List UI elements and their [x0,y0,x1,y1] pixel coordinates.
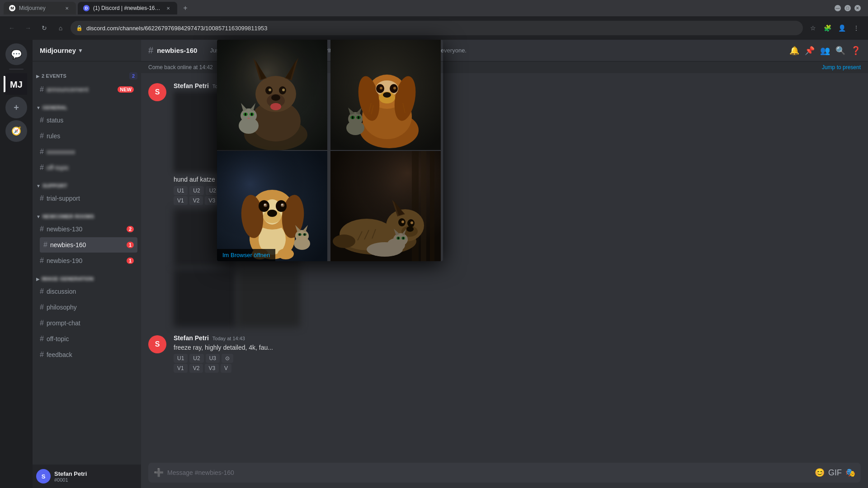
menu-button[interactable]: ⋮ [850,22,863,34]
message-input-container[interactable]: ➕ Message #newbies-160 😊 GIF 🎭 [148,463,861,483]
v2-button-2[interactable]: V2 [189,364,203,373]
members-icon[interactable]: 👥 [820,46,830,56]
category-image-gen[interactable]: ▶ image generation [33,269,141,283]
back-button[interactable]: ← [5,22,18,34]
category-label-imggen: image generation [42,276,94,282]
pin-icon[interactable]: 📌 [805,46,815,56]
channel-item-newbies-130[interactable]: # newbies-130 2 [36,221,137,237]
server-icon-dm[interactable]: 💬 [5,43,27,65]
input-placeholder[interactable]: Message #newbies-160 [167,469,811,476]
tab-bar: M Midjourney ✕ D (1) Discord | #newbies-… [0,0,868,16]
emoji-icon[interactable]: 😊 [815,468,825,478]
category-chevron-imggen: ▶ [36,277,40,282]
close-button[interactable]: ✕ [854,5,861,11]
svg-rect-81 [421,151,426,261]
channel-item-newbies-190[interactable]: # newbies-190 1 [36,253,137,268]
tab-close-midjourney[interactable]: ✕ [63,5,71,12]
address-bar-row: ← → ↻ ⌂ 🔒 discord.com/channels/662267976… [0,16,868,40]
server-icon-extra-1[interactable]: + [5,97,27,118]
u1-button-2[interactable]: U1 [174,354,188,363]
category-events[interactable]: ▶ 2 Events 2 [33,65,141,81]
channel-item-newbies-160[interactable]: # newbies-160 1 [40,237,137,253]
new-tab-button[interactable]: + [179,2,192,14]
profile-button[interactable]: 👤 [835,22,848,34]
channel-item-announcement[interactable]: # announcement NEW [36,82,137,97]
channel-name-160: newbies-160 [50,241,124,249]
badge-190: 1 [127,258,134,264]
svg-point-66 [264,204,266,206]
channel-item-rules[interactable]: # rules [36,128,137,144]
svg-point-94 [333,235,355,248]
channel-name-blurred-2: off-topic [47,164,134,171]
search-icon[interactable]: 🔍 [835,46,845,56]
category-support[interactable]: ▼ support [33,176,141,190]
u4-button-2[interactable]: ⊙ [222,354,233,363]
channel-item-prompt-chat[interactable]: # prompt-chat [36,315,137,331]
server-header[interactable]: Midjourney ▼ [33,40,141,61]
server-icon-explore[interactable]: 🧭 [5,120,27,142]
svg-text:MJ: MJ [10,80,23,89]
v1-button-1[interactable]: V1 [174,196,188,205]
server-icon-midjourney[interactable]: MJ [5,73,27,95]
overlay-cell-bl[interactable]: Im Browser öffnen [217,151,327,261]
open-in-browser-btn[interactable]: Im Browser öffnen [217,249,275,261]
extensions-button[interactable]: 🧩 [821,22,834,34]
user-display-name: Stefan Petri [54,470,137,477]
notification-icon[interactable]: 🔔 [789,46,799,56]
v1-button-2[interactable]: V1 [174,364,188,373]
u1-button-1[interactable]: U1 [174,186,188,195]
category-chevron-events: ▶ [36,74,40,79]
username-area: Stefan Petri #0001 [54,470,137,483]
channel-item-off-topic[interactable]: # off-topic [36,331,137,347]
maximize-button[interactable]: □ [844,5,851,11]
forward-button[interactable]: → [22,22,34,34]
reload-button[interactable]: ↻ [38,22,51,34]
category-general[interactable]: ▼ general [33,98,141,112]
help-icon[interactable]: ❓ [851,46,861,56]
tab-midjourney[interactable]: M Midjourney ✕ [4,2,76,14]
user-area: S Stefan Petri #0001 [33,465,141,488]
tab-close-discord[interactable]: ✕ [165,5,172,12]
u3-button-2[interactable]: U3 [206,354,220,363]
address-bar[interactable]: 🔒 discord.com/channels/66226797698429747… [71,21,803,35]
tab-discord[interactable]: D (1) Discord | #newbies-160 | Mid... ✕ [78,2,177,14]
minimize-button[interactable]: — [835,5,841,11]
overlay-cell-tl[interactable] [217,40,327,150]
svg-point-103 [403,237,404,239]
channel-item-blurred-2[interactable]: # off-topic [36,160,137,175]
lock-icon: 🔒 [76,25,83,31]
channel-item-feedback[interactable]: # feedback [36,347,137,362]
attach-icon[interactable]: ➕ [154,468,164,478]
v2-button-1[interactable]: V2 [189,196,203,205]
v4-button-2[interactable]: V [221,364,231,373]
events-badge: 2 [129,72,137,80]
category-newcomer[interactable]: ▼ newcomer rooms [33,206,141,221]
channel-item-discussion[interactable]: # discussion [36,284,137,299]
channel-item-blurred-1[interactable]: # xxxxxxxxx [36,144,137,160]
jump-to-present[interactable]: Jump to present [822,64,861,70]
u2-button-1[interactable]: U2 [189,186,203,195]
u2-button-2[interactable]: U2 [189,354,203,363]
hash-icon-190: # [40,257,44,265]
channel-name-trial: trial-support [47,195,134,202]
sticker-icon[interactable]: 🎭 [845,468,855,478]
category-label-general: general [42,105,67,110]
gif-icon[interactable]: GIF [828,468,842,478]
bookmark-button[interactable]: ☆ [807,22,819,34]
svg-point-75 [304,234,306,236]
badge-160: 1 [127,242,134,248]
svg-point-40 [393,87,396,89]
channel-item-trial-support[interactable]: # trial-support [36,191,137,206]
overlay-cell-tr[interactable] [330,40,441,150]
overlay-cell-br[interactable] [330,151,441,261]
server-list: 💬 MJ + 🧭 [0,40,33,488]
url-text: discord.com/channels/662267976984297473/… [86,25,797,32]
channel-item-philosophy[interactable]: # philosophy [36,300,137,315]
hash-icon-blurred-1: # [40,148,44,156]
svg-rect-82 [430,151,434,261]
avatar-stefan-2: S [148,335,166,353]
window-controls: — □ ✕ [835,5,864,11]
channel-item-status[interactable]: # status [36,113,137,128]
v3-button-2[interactable]: V3 [205,364,219,373]
home-button[interactable]: ⌂ [54,22,67,34]
